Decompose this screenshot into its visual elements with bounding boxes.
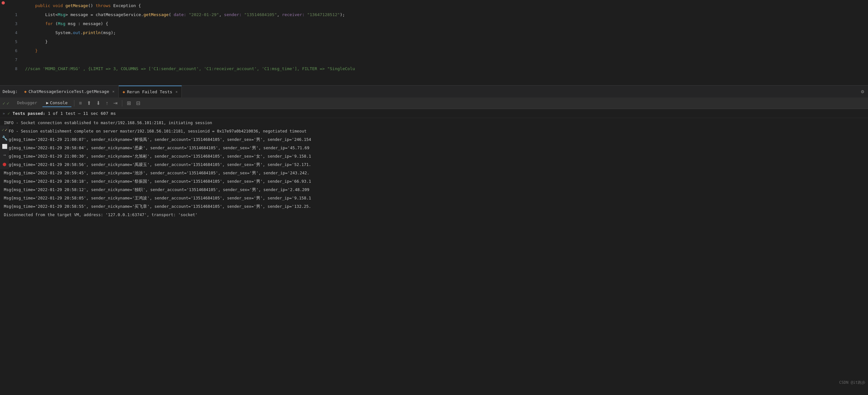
toolbar-sep-2 [122,100,122,107]
line-number-6: 6 [6,46,23,55]
log-line-5: Msg{msg_time='2022-01-29 21:00:30', send… [0,152,868,160]
log-line-10: Msg{msg_time='2022-01-29 20:58:05', send… [0,194,868,202]
debug-tab-icon-chatmessage: ◆ [24,89,27,94]
tests-passed-text: Tests passed: 1 of 1 test – 11 sec 607 m… [12,111,116,116]
menu-toolbar-icon[interactable]: ≡ [77,99,84,108]
line-number-3: 3 [6,19,23,28]
debug-tab-close-chatmessage[interactable]: ✕ [112,89,115,94]
right-arrow-icon[interactable]: → [3,152,6,157]
line-number-1: 1 [6,10,23,19]
line-number-4: 4 [6,28,23,37]
debug-section: Debug: ◆ ChatMessageServiceTest.getMesag… [0,85,868,395]
debug-tab-icon-rerun: ◆ [123,89,125,94]
step-toolbar-icon[interactable]: ⇥ [111,99,119,108]
test-pass-check-icon: ✓ [7,111,10,116]
log-line-12: Disconnected from the target VM, address… [0,211,868,219]
debug-stop-icon[interactable]: ● [3,160,6,167]
code-line: 1 List<Msg> message = chatMessageService… [0,10,868,19]
code-content-1: List<Msg> message = chatMessageService.g… [23,10,868,19]
debug-tab-rerun[interactable]: ◆ Rerun Failed Tests ✕ [119,86,182,98]
code-content-8: //scan 'MOMO_CHAT:MSG' , {LIMIT => 3, CO… [23,64,868,73]
log-lines: INFO - Socket connection established to … [0,118,868,220]
table-toolbar-icon[interactable]: ⊞ [125,99,133,108]
console-toolbar: ✓ ✓ Debugger ▶ Console ≡ ⬆ ⬇ ↑ ⇥ ⊞ ⊟ [0,97,868,109]
debugger-tab-btn[interactable]: Debugger [13,99,41,107]
code-content-3: for (Msg msg : message) { [23,19,868,28]
code-content-4: System.out.println(msg); [23,28,868,37]
line-number-5: 5 [6,37,23,46]
log-line-8: Msg{msg_time='2022-01-29 20:58:18', send… [0,177,868,186]
line-number-7: 7 [6,55,23,64]
code-content-5: } [23,37,868,46]
breakpoint-0 [2,1,5,4]
tests-passed-row: » ✓ Tests passed: 1 of 1 test – 11 sec 6… [0,109,868,118]
toolbar-sep-1 [74,100,74,107]
check-green-icon: ✓ [3,101,5,106]
restore-toolbar-icon[interactable]: ⬆ [85,99,93,108]
code-line: 5 } [0,37,868,46]
log-line-7: Msg{msg_time='2022-01-29 20:59:45', send… [0,169,868,177]
code-content-6: } [23,46,868,55]
debug-label: Debug: [3,89,18,94]
left-sidebar: ✓ ✓ 🔧 ⬜ → ● [0,125,9,169]
code-content-7 [23,55,868,64]
code-line: 8 //scan 'MOMO_CHAT:MSG' , {LIMIT => 3, … [0,64,868,73]
line-gutter-0 [0,1,6,4]
console-icon: ▶ [46,100,49,105]
console-tab-label: Console [50,100,68,105]
main-layout: public void getMesage() throws Exception… [0,0,868,395]
console-tab-btn[interactable]: ▶ Console [42,99,72,107]
log-line-4: Msg{msg_time='2022-01-29 20:58:04', send… [0,144,868,152]
code-content-0: public void getMesage() throws Exception… [23,1,868,10]
log-line-1: INFO - Socket connection established to … [0,119,868,127]
tests-passed-time: 11 sec 607 ms [83,111,116,116]
debug-tab-label-rerun: Rerun Failed Tests [127,89,173,94]
log-line-3: Msg{msg_time='2022-01-29 21:00:07', send… [0,135,868,144]
down-toolbar-icon[interactable]: ⬇ [94,99,102,108]
line-number-8: 8 [6,64,23,73]
check-pair-icons[interactable]: ✓ ✓ [2,127,7,132]
check-pair-green-icon: ✓ [2,127,4,132]
log-line-6: Msg{msg_time='2022-01-29 20:58:56', send… [0,160,868,169]
code-line: 4 System.out.println(msg); [0,28,868,37]
code-line: 7 [0,55,868,64]
box-icon[interactable]: ⬜ [2,144,7,149]
left-check-icons: ✓ ✓ [3,101,9,106]
code-line: public void getMesage() throws Exception… [0,1,868,10]
console-output-area: » ✓ Tests passed: 1 of 1 test – 11 sec 6… [0,109,868,395]
check-pair-yellow-icon: ✓ [5,127,7,132]
wrench-icon[interactable]: 🔧 [2,135,7,141]
up-toolbar-icon[interactable]: ↑ [103,99,110,108]
collapse-arrows[interactable]: » [3,111,5,116]
debug-bar: Debug: ◆ ChatMessageServiceTest.getMesag… [0,85,868,97]
log-line-11: Msg{msg_time='2022-01-29 20:58:55', send… [0,202,868,211]
debug-tab-label-chatmessage: ChatMessageServiceTest.getMesage [29,89,109,94]
settings-gear-icon[interactable]: ⚙ [860,87,865,96]
check-green2-icon: ✓ [6,101,9,106]
tests-passed-label: Tests passed: [12,111,45,116]
log-line-9: Msg{msg_time='2022-01-29 20:58:12', send… [0,186,868,194]
log-line-2: INFO - Session establishment complete on… [0,127,868,135]
csdn-watermark: CSDN @it跑步 [839,380,865,385]
code-section: public void getMesage() throws Exception… [0,0,868,85]
grid-toolbar-icon[interactable]: ⊟ [134,99,142,108]
code-line: 6 } [0,46,868,55]
debug-tab-close-rerun[interactable]: ✕ [176,90,178,94]
code-line: 3 for (Msg msg : message) { [0,19,868,28]
tests-passed-count: 1 of 1 test – [48,111,83,116]
debug-tab-chatmessage[interactable]: ◆ ChatMessageServiceTest.getMesage ✕ [20,86,119,98]
